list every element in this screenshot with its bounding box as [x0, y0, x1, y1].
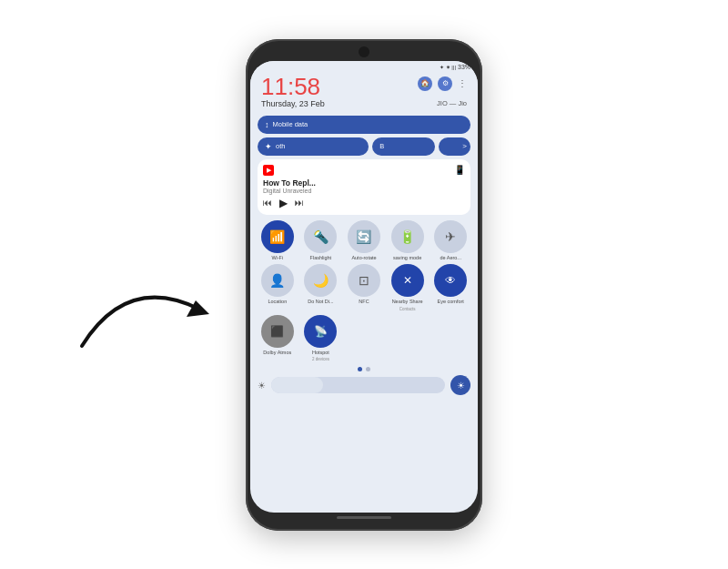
phone-notch — [359, 46, 369, 57]
toggle-row-2: ✦ oth B > — [258, 137, 470, 156]
toggle-expand[interactable]: > — [439, 137, 470, 156]
media-subtitle: Digital Unraveled — [263, 188, 465, 194]
airplane-icon: ✈ — [434, 220, 467, 253]
hotspot-tile[interactable]: 📡 Hotspot 2 devices — [301, 315, 341, 362]
nfc-label: NFC — [359, 299, 369, 305]
saving-label: saving mode — [393, 255, 421, 261]
eyecomfort-label: Eye comfort — [438, 299, 464, 305]
mobile-data-label: Mobile data — [273, 120, 308, 128]
media-prev-btn[interactable]: ⏮ — [263, 198, 272, 208]
wifi-icon: 📶 — [261, 220, 294, 253]
nearbyshare-icon: ✕ — [391, 264, 424, 297]
autorotate-icon: 🔄 — [348, 220, 380, 253]
media-play-btn[interactable]: ▶ — [279, 197, 288, 209]
home-icon[interactable]: 🏠 — [418, 76, 432, 91]
dolbyatmos-label: Dolby Atmos — [263, 350, 291, 356]
phone-shell: ✦ ✷ ||| 33% 11:58 🏠 ⚙ ⋮ Thursday, 23 Feb… — [246, 39, 482, 531]
media-header: ▶ 📱 — [263, 165, 465, 176]
hotspot-sublabel: 2 devices — [312, 357, 329, 361]
autorotate-label: Auto-rotate — [351, 255, 376, 261]
media-device-icon: 📱 — [454, 165, 465, 175]
date-display: Thursday, 23 Feb — [261, 99, 325, 108]
flashlight-icon: 🔦 — [304, 220, 337, 253]
status-icons: ✦ ✷ ||| — [440, 64, 456, 70]
more-icon[interactable]: ⋮ — [458, 78, 467, 88]
airplane-label: de Aero... — [440, 255, 461, 261]
page-dot-2 — [366, 367, 370, 371]
nfc-icon: ⊡ — [348, 264, 380, 297]
home-bar — [337, 516, 391, 519]
youtube-icon: ▶ — [263, 165, 274, 176]
hotspot-label: Hotspot — [312, 350, 329, 356]
autorotate-tile[interactable]: 🔄 Auto-rotate — [344, 220, 384, 261]
time-display: 11:58 — [261, 75, 320, 98]
brightness-bar: ☀ ☀ — [258, 375, 470, 395]
dolbyatmos-icon: ⬛ — [261, 315, 294, 348]
phone-screen: ✦ ✷ ||| 33% 11:58 🏠 ⚙ ⋮ Thursday, 23 Feb… — [250, 61, 478, 513]
nfc-tile[interactable]: ⊡ NFC — [344, 264, 384, 311]
settings-icon[interactable]: ⚙ — [438, 76, 452, 91]
location-icon: 👤 — [261, 264, 294, 297]
nearbyshare-sublabel: Contacts — [399, 307, 416, 311]
phone-bottom — [337, 513, 391, 523]
brightness-high-icon[interactable]: ☀ — [450, 375, 470, 395]
nearbyshare-label: Nearby Share — [392, 299, 423, 305]
media-card: ▶ 📱 How To Repl... Digital Unraveled ⏮ ▶… — [258, 159, 470, 215]
svg-marker-0 — [187, 300, 209, 317]
dolbyatmos-tile[interactable]: ⬛ Dolby Atmos — [258, 315, 298, 362]
toggle-row-1: ↕ Mobile data — [258, 116, 470, 134]
header-icons: 🏠 ⚙ ⋮ — [418, 76, 467, 91]
scene: ✦ ✷ ||| 33% 11:58 🏠 ⚙ ⋮ Thursday, 23 Feb… — [0, 0, 728, 569]
notification-header: 11:58 🏠 ⚙ ⋮ Thursday, 23 Feb JIO — Jio — [250, 71, 478, 112]
airplane-tile[interactable]: ✈ de Aero... — [430, 220, 470, 261]
dnd-icon: 🌙 — [304, 264, 337, 297]
quick-settings-grid: 📶 Wi-Fi 🔦 Flashlight 🔄 Auto-rotate 🔋 sav… — [250, 215, 478, 366]
quick-toggles: ↕ Mobile data ✦ oth B > — [250, 112, 478, 159]
bluetooth-b-toggle[interactable]: B — [372, 137, 435, 156]
expand-arrow: > — [462, 142, 467, 150]
mobile-data-toggle[interactable]: ↕ Mobile data — [258, 116, 470, 134]
carrier-text: JIO — Jio — [437, 99, 467, 107]
eyecomfort-icon: 👁 — [434, 264, 467, 297]
nearbyshare-tile[interactable]: ✕ Nearby Share Contacts — [388, 264, 428, 311]
bluetooth-label: oth — [276, 142, 285, 150]
eyecomfort-tile[interactable]: 👁 Eye comfort — [430, 264, 470, 311]
location-label: Location — [268, 299, 287, 305]
hotspot-icon: 📡 — [304, 315, 337, 348]
brightness-low-icon: ☀ — [258, 381, 266, 391]
page-dots — [250, 365, 478, 373]
page-dot-1 — [358, 367, 362, 371]
bluetooth-b-label: B — [379, 142, 384, 150]
mobile-data-icon: ↕ — [265, 120, 269, 129]
bluetooth-toggle[interactable]: ✦ oth — [258, 137, 369, 156]
brightness-track[interactable] — [271, 377, 445, 393]
wifi-label: Wi-Fi — [271, 255, 283, 261]
location-tile[interactable]: 👤 Location — [258, 264, 298, 311]
arrow-annotation — [55, 255, 237, 364]
flashlight-tile[interactable]: 🔦 Flashlight — [301, 220, 341, 261]
bluetooth-icon: ✦ — [265, 142, 272, 151]
media-next-btn[interactable]: ⏭ — [295, 198, 304, 208]
dnd-label: Do Not Di... — [308, 299, 333, 305]
wifi-tile[interactable]: 📶 Wi-Fi — [258, 220, 298, 261]
media-controls: ⏮ ▶ ⏭ — [263, 197, 465, 209]
saving-icon: 🔋 — [391, 220, 424, 253]
saving-tile[interactable]: 🔋 saving mode — [388, 220, 428, 261]
dnd-tile[interactable]: 🌙 Do Not Di... — [301, 264, 341, 311]
brightness-fill — [271, 377, 323, 393]
flashlight-label: Flashlight — [310, 255, 332, 261]
media-title: How To Repl... — [263, 178, 465, 188]
battery-text: 33% — [458, 64, 470, 70]
status-bar: ✦ ✷ ||| 33% — [250, 61, 478, 71]
